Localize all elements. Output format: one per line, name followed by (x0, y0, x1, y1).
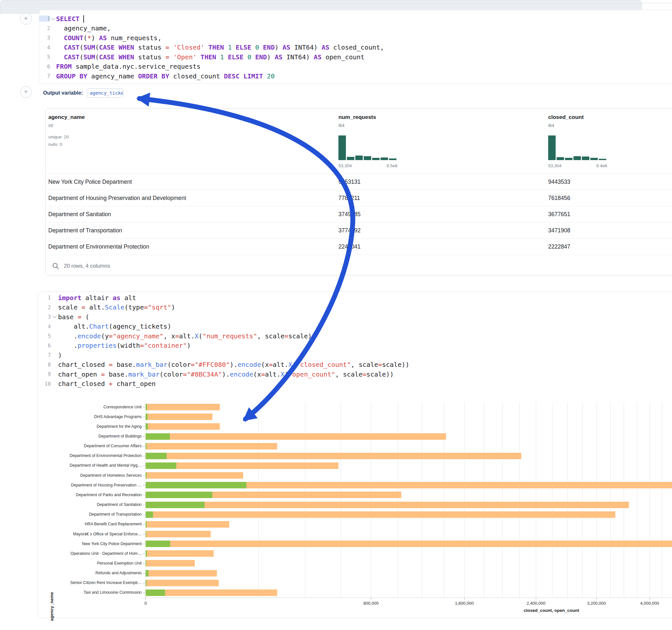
line-number: 6 (39, 64, 50, 70)
search-icon[interactable] (52, 263, 59, 270)
column-header[interactable]: agency_namestrunique: 20nulls: 0 (48, 114, 159, 148)
add-cell-button[interactable]: + (20, 86, 32, 98)
code-token: . (58, 332, 77, 340)
code-token: scale)) (382, 361, 409, 368)
output-variable-chip[interactable]: agency_tickets (87, 89, 123, 98)
histogram-bar (557, 157, 564, 160)
chevron-down-icon[interactable] (52, 314, 57, 318)
code-line[interactable]: 4 alt.Chart(agency_tickets) (38, 322, 672, 332)
chevron-down-icon[interactable] (51, 16, 55, 20)
chart-gridline (305, 402, 305, 598)
code-line[interactable]: 1import altair as alt (38, 293, 672, 303)
code-token: "#FFC080" (194, 361, 230, 368)
code-line[interactable]: 8chart_closed = base.mark_bar(color="#FF… (38, 360, 672, 370)
code-line[interactable]: 7) (38, 350, 672, 360)
code-token: INT64) (290, 43, 321, 51)
table-cell: Department of Sanitation (48, 207, 111, 222)
code-token: open_count (321, 53, 364, 61)
code-token: = (191, 361, 194, 368)
code-token: properties (77, 342, 116, 349)
code-token: = (109, 332, 113, 340)
code-line[interactable]: 9chart_open = base.mark_bar(color="#8BC3… (38, 369, 672, 379)
x-axis-tick (650, 598, 650, 600)
histogram-bar (347, 157, 354, 160)
chart-gridline (650, 402, 650, 598)
table-cell: Department of Housing Preservation and D… (48, 190, 186, 206)
x-axis-domain-line (146, 598, 672, 598)
python-cell-editor[interactable]: 1import altair as alt2scale = alt.Scale(… (38, 293, 672, 389)
table-cell: 9443533 (548, 174, 570, 190)
code-token: THEN (209, 43, 224, 51)
code-line[interactable]: 3base = ( (38, 312, 672, 322)
histogram-range: 53,3049.4e6 (548, 163, 607, 168)
chart-gridline (146, 402, 146, 598)
y-axis-label: DHS Advantage Programs (38, 414, 142, 419)
y-axis-tick (143, 476, 145, 476)
bar-open (146, 511, 153, 518)
code-text: .properties(width="container") (58, 342, 191, 349)
column-header[interactable]: closed_counti6453,3049.4e6 (548, 114, 658, 128)
histogram-bar (573, 156, 581, 160)
code-line[interactable]: 4 CAST(SUM(CASE WHEN status = 'Closed' T… (39, 43, 672, 52)
y-axis-tick (143, 437, 145, 437)
sql-cell-editor[interactable]: 1SELECT 2 agency_name,3 COUNT(*) AS num_… (39, 10, 672, 83)
bar-open (146, 413, 147, 420)
table-row[interactable]: Department of Environmental Protection22… (46, 239, 672, 255)
bar-closed (146, 413, 212, 420)
code-token: (color (167, 361, 191, 368)
code-text: FROM sample_data.nyc.service_requests (56, 63, 201, 70)
y-axis-label: Department for the Aging (38, 424, 142, 429)
code-line[interactable]: 2 agency_name, (39, 24, 672, 33)
code-line[interactable]: 6 .properties(width="container") (38, 341, 672, 350)
bar-chart: closed_count, open_count agency_name Cor… (38, 398, 672, 618)
code-token: AS (321, 43, 329, 51)
code-text: chart_closed + chart_open (58, 380, 155, 388)
code-line[interactable]: 2scale = alt.Scale(type="sqrt") (38, 303, 672, 312)
code-token: num_requests, (107, 34, 162, 42)
table-row[interactable]: Department of Housing Preservation and D… (46, 190, 672, 207)
x-axis-tick-label: 0 (144, 601, 146, 606)
table-cell: 3749485 (338, 207, 360, 222)
bar-open (146, 589, 165, 596)
code-token: (x (261, 361, 269, 368)
line-number: 5 (39, 54, 50, 60)
table-row[interactable]: Department of Transportation377489234719… (46, 223, 672, 239)
y-axis-tick (143, 485, 145, 485)
table-row[interactable]: Department of Sanitation37494853677651 (46, 207, 672, 223)
code-line[interactable]: 5 CAST(SUM(CASE WHEN status = 'Open' THE… (39, 52, 672, 62)
fold-gutter (50, 16, 56, 22)
code-token: ( (83, 34, 87, 42)
code-token: alt. (265, 370, 281, 378)
code-token: (y (101, 332, 109, 340)
code-line[interactable]: 1SELECT (39, 14, 672, 24)
code-line[interactable]: 7GROUP BY agency_name ORDER BY closed_co… (39, 71, 672, 81)
histogram-bar (590, 158, 598, 160)
code-line[interactable]: 5 .encode(y="agency_name", x=alt.X("num_… (38, 331, 672, 341)
table-cell: 3774892 (338, 223, 360, 238)
column-header[interactable]: num_requestsi6453,3049.5e6 (338, 114, 449, 128)
y-axis-label: Department of Buildings (38, 434, 142, 438)
code-token: = (77, 313, 81, 321)
code-line[interactable]: 10chart_closed + chart_open (38, 379, 672, 389)
row-count-label: 20 rows, 4 columns (64, 263, 110, 269)
text-cursor (83, 15, 84, 23)
table-row[interactable]: New York City Police Department945313194… (46, 174, 672, 190)
chart-gridline (464, 402, 464, 598)
code-line[interactable]: 6FROM sample_data.nyc.service_requests (39, 62, 672, 72)
code-line[interactable]: 3 COUNT(*) AS num_requests, (39, 33, 672, 43)
add-cell-button[interactable]: + (20, 13, 32, 25)
code-token: chart_open (58, 370, 101, 378)
column-stat: unique: 20 (48, 133, 159, 141)
histogram-bar (599, 159, 606, 160)
code-token: END (255, 53, 267, 61)
chart-gridline (582, 402, 582, 598)
code-text: SELECT (56, 15, 84, 23)
code-token: ). (230, 361, 238, 368)
code-token: . (58, 342, 77, 349)
code-token: closed_count (169, 72, 224, 80)
code-token: alt. (85, 303, 105, 311)
table-cell: 7618456 (548, 190, 570, 206)
code-token: ( (79, 53, 83, 61)
code-token: alt. (273, 361, 288, 368)
code-token: END (263, 43, 274, 51)
